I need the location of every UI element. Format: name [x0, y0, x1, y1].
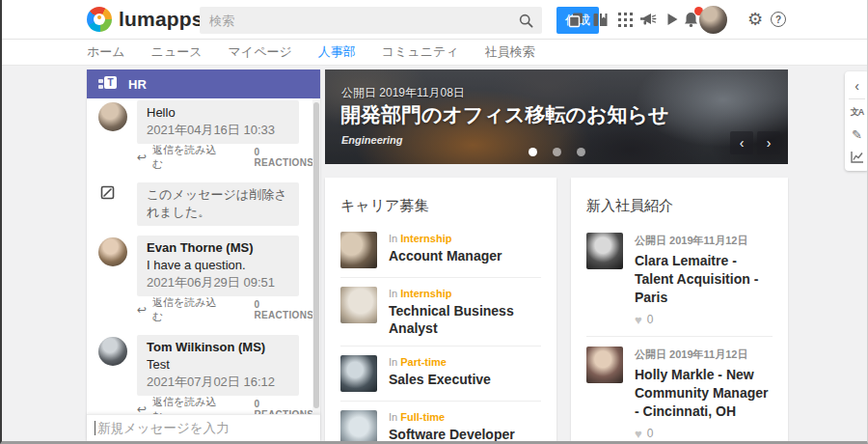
job-in-label: In	[389, 233, 397, 244]
toolbar-divider	[849, 98, 865, 99]
job-in-label: In	[389, 288, 397, 299]
load-replies-link[interactable]: 返信を読み込む	[152, 395, 225, 415]
avatar	[98, 337, 127, 366]
carousel-prev-button[interactable]: ‹	[730, 131, 753, 154]
message-timestamp: 2021年06月29日 09:51	[147, 274, 289, 291]
translate-icon[interactable]: 文A	[845, 101, 868, 124]
message-text: Hello	[147, 104, 289, 122]
like-count: 0	[647, 427, 654, 440]
load-replies-link[interactable]: 返信を読み込む	[152, 295, 225, 324]
job-thumbnail	[340, 232, 377, 268]
settings-gear-icon[interactable]: ⚙	[746, 11, 764, 28]
careers-title: キャリア募集	[340, 197, 541, 215]
careers-widget: キャリア募集 In Internship Account Manager In …	[325, 178, 556, 441]
play-icon[interactable]	[664, 11, 681, 28]
hire-thumbnail	[586, 347, 623, 383]
new-message-placeholder: 新規メッセージを入力	[97, 420, 230, 437]
library-icon[interactable]	[591, 11, 609, 28]
chat-scrollbar[interactable]	[312, 98, 320, 414]
new-hires-title: 新入社員紹介	[586, 197, 773, 215]
message-timestamp: 2021年04月16日 10:33	[147, 122, 289, 139]
message-author: Evan Thorne (MS)	[147, 239, 289, 257]
job-title: Account Manager	[389, 247, 502, 264]
new-hire-item[interactable]: 公開日 2019年11月12日 Clara Lemaitre - Talent …	[586, 223, 773, 336]
hire-publish-date: 公開日 2019年11月12日	[635, 234, 773, 248]
heart-icon[interactable]: ♥	[635, 428, 642, 440]
lumapps-page: lumapps 作成	[0, 0, 868, 444]
hr-chat-widget: T HR Hello 2021年04月16日 10:33 ↩ 返信を読み込む 0…	[87, 69, 320, 441]
search-input[interactable]	[200, 14, 509, 28]
reactions-count: 0 REACTIONS	[255, 147, 320, 168]
avatar	[98, 102, 127, 131]
message-text: Test	[147, 356, 289, 374]
edit-pencil-icon[interactable]: ✎	[845, 124, 868, 146]
heart-icon[interactable]: ♥	[635, 314, 642, 326]
top-header: lumapps 作成	[2, 0, 867, 40]
like-count: 0	[647, 313, 654, 326]
megaphone-icon[interactable]	[639, 11, 657, 28]
carousel-dot[interactable]	[553, 148, 561, 156]
job-title: Sales Executive	[389, 371, 491, 388]
collapse-panel-button[interactable]: ‹	[845, 74, 868, 97]
hero-carousel-slide[interactable]: 公開日 2019年11月08日 開発部門のオフィス移転のお知らせ Enginee…	[325, 69, 788, 164]
load-replies-link[interactable]: 返信を読み込む	[152, 143, 225, 172]
nav-home[interactable]: ホーム	[87, 43, 125, 61]
carousel-dot[interactable]	[529, 148, 537, 156]
hero-title: 開発部門のオフィス移転のお知らせ	[340, 101, 668, 128]
new-hire-item[interactable]: 公開日 2019年11月12日 Holly Markle - New Commu…	[586, 336, 773, 441]
nav-hr[interactable]: 人事部	[318, 43, 356, 61]
job-title: Software Developer	[389, 426, 515, 441]
message-list: Hello 2021年04月16日 10:33 ↩ 返信を読み込む 0 REAC…	[87, 98, 320, 414]
apps-grid-icon[interactable]	[616, 11, 634, 28]
analytics-chart-icon[interactable]	[845, 146, 868, 168]
nav-community[interactable]: コミュニティ	[382, 43, 459, 61]
user-avatar[interactable]	[699, 6, 727, 34]
avatar	[98, 237, 127, 266]
reply-arrow-icon: ↩	[137, 152, 147, 163]
job-in-label: In	[389, 411, 397, 423]
job-title: Technical Business Analyst	[389, 302, 541, 337]
job-in-label: In	[389, 356, 397, 368]
new-message-input[interactable]: 新規メッセージを入力	[87, 414, 320, 441]
job-listing[interactable]: In Part-time Sales Executive	[340, 346, 541, 401]
hire-title: Holly Markle - New Community Manager - C…	[635, 366, 773, 421]
notifications-bell-icon[interactable]	[682, 11, 699, 28]
hero-tag: Engineering	[341, 134, 403, 146]
job-category: Part-time	[400, 356, 447, 368]
pages-icon[interactable]	[567, 11, 584, 28]
job-thumbnail	[340, 287, 377, 323]
carousel-dots	[325, 148, 788, 156]
job-listing[interactable]: In Full-time Software Developer	[340, 401, 541, 441]
deleted-message: このメッセージは削除されました。	[87, 182, 320, 226]
reactions-count: 0 REACTIONS	[255, 399, 320, 415]
nav-mypage[interactable]: マイページ	[229, 43, 292, 61]
main-nav: ホーム ニュース マイページ 人事部 コミュニティ 社員検索	[2, 40, 867, 66]
reply-row: ↩ 返信を読み込む 0 REACTIONS	[137, 402, 320, 414]
search-icon[interactable]	[509, 7, 542, 34]
hero-publish-date: 公開日 2019年11月08日	[341, 85, 465, 101]
hire-publish-date: 公開日 2019年11月12日	[635, 347, 773, 362]
lumapps-logo-text: lumapps	[119, 8, 203, 31]
deleted-message-text: このメッセージは削除されました。	[147, 186, 289, 221]
new-hires-widget: 新入社員紹介 公開日 2019年11月12日 Clara Lemaitre - …	[571, 178, 788, 441]
chat-message: Tom Wilkinson (MS) Test 2021年07月02日 16:1…	[87, 335, 320, 396]
reply-arrow-icon: ↩	[137, 403, 147, 415]
message-text: I have a question.	[147, 257, 289, 274]
help-icon[interactable]: ?	[770, 11, 787, 28]
job-category: Full-time	[400, 411, 445, 423]
designer-side-toolbar: ‹ 文A ✎	[845, 71, 868, 171]
job-listing[interactable]: In Internship Account Manager	[340, 223, 541, 277]
hr-chat-header: T HR	[87, 69, 320, 98]
chat-scrollbar-thumb[interactable]	[313, 102, 319, 408]
nav-employee-search[interactable]: 社員検索	[485, 43, 535, 61]
reactions-count: 0 REACTIONS	[255, 299, 320, 320]
job-thumbnail	[340, 355, 377, 392]
carousel-dot[interactable]	[577, 148, 585, 156]
carousel-next-button[interactable]: ›	[757, 131, 780, 154]
deleted-message-icon	[100, 185, 115, 204]
lumapps-logo-icon	[87, 7, 112, 32]
chat-message: Hello 2021年04月16日 10:33	[87, 100, 320, 144]
lumapps-logo[interactable]: lumapps	[87, 7, 203, 32]
job-listing[interactable]: In Internship Technical Business Analyst	[340, 277, 541, 346]
nav-news[interactable]: ニュース	[151, 43, 203, 61]
